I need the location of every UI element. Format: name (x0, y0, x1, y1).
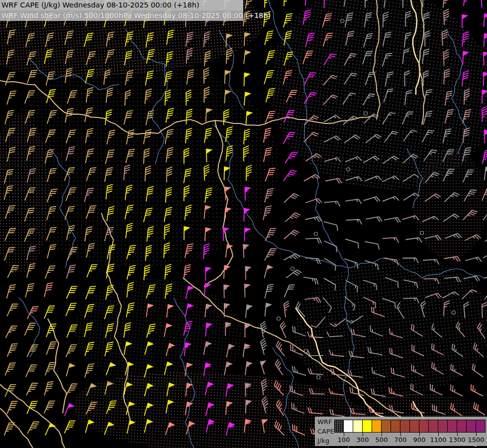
wind-barb-staff (347, 370, 364, 377)
wind-barb-staff (364, 32, 373, 49)
wind-barb (186, 90, 192, 106)
wind-barb (26, 381, 38, 398)
wind-barb-staff (304, 71, 316, 87)
wind-barb-staff (329, 349, 345, 356)
wind-barb (125, 204, 133, 221)
wind-barb (47, 205, 56, 222)
wind-barb (167, 29, 174, 46)
wind-barb (285, 150, 298, 166)
wind-barb-staff (5, 109, 14, 125)
wind-barb-staff (366, 133, 381, 147)
wind-barb (206, 149, 212, 162)
wind-barb (350, 329, 367, 337)
wind-barb (4, 246, 15, 262)
wind-barb (324, 201, 340, 208)
wind-barb (389, 405, 405, 413)
wind-barb-staff (346, 30, 354, 46)
wind-barb-flag (167, 362, 173, 367)
legend-tick-label: 1300 (449, 436, 465, 444)
wind-barb (485, 167, 487, 181)
wind-barb-staff (464, 275, 480, 284)
wind-barb-staff (409, 364, 426, 376)
wind-barb (205, 382, 214, 397)
wind-barb (330, 315, 346, 328)
wind-barb-staff (107, 129, 115, 145)
wind-barb-flag (225, 187, 231, 191)
wind-barb-staff (165, 264, 171, 280)
wind-barb-staff (423, 110, 432, 126)
wind-barb (344, 52, 357, 68)
wind-barb-flag (245, 51, 251, 56)
wind-barb (305, 32, 314, 48)
wind-barb-staff (350, 408, 366, 415)
wind-barb (483, 208, 487, 224)
wind-barb (146, 32, 154, 48)
wind-barb (386, 71, 393, 87)
wind-barb-staff (322, 222, 339, 230)
wind-barb-staff (7, 399, 17, 416)
wind-barb-staff (125, 90, 131, 106)
wind-barb (205, 323, 212, 337)
wind-barb-staff (403, 298, 419, 304)
wind-barb (86, 127, 94, 144)
wind-barb-staff (5, 361, 16, 377)
wind-barb (25, 186, 35, 202)
wind-barb (106, 399, 117, 416)
wind-barb-staff (485, 286, 487, 302)
wind-barb (363, 155, 380, 167)
legend-tick-label: 500 (376, 436, 388, 444)
wind-barb-staff (443, 213, 459, 225)
wind-barb-staff (85, 322, 93, 338)
wind-barb (244, 129, 250, 145)
country-border-line (0, 81, 374, 134)
wind-barb (246, 112, 253, 125)
wind-barb (346, 176, 362, 185)
wind-barb-staff (305, 0, 306, 6)
wind-barb-staff (6, 49, 14, 65)
wind-barb-staff (402, 215, 419, 224)
weather-map-stage: WRF CAPE (J/kg) Wednesday 08-10-2025 00:… (0, 0, 487, 448)
wind-barb-staff (166, 108, 174, 124)
wind-barb (7, 29, 15, 45)
wind-barb-staff (344, 239, 360, 248)
wind-barb-staff (383, 31, 391, 47)
wind-barb-staff (289, 344, 305, 355)
wind-barb-staff (87, 242, 95, 259)
wind-barb-staff (85, 226, 93, 242)
wind-barb (484, 272, 487, 283)
wind-barb (305, 216, 322, 224)
calm-wind-marker (317, 376, 320, 379)
wind-barb-staff (86, 285, 96, 301)
wind-barb-staff (305, 258, 321, 264)
wind-barb-staff (424, 88, 433, 105)
wind-barb (44, 399, 55, 415)
wind-barb (481, 0, 487, 7)
wind-barb-staff (260, 321, 269, 337)
wind-barb-staff (127, 282, 134, 298)
wind-barb-staff (465, 233, 481, 245)
wind-barb (423, 110, 432, 126)
wind-barb-staff (284, 30, 292, 46)
wind-barb (66, 301, 77, 318)
wind-barb-staff (284, 301, 291, 318)
wind-barb-staff (388, 387, 404, 396)
wind-barb (225, 323, 231, 336)
wind-barb-flag (224, 304, 230, 308)
wind-barb-staff (184, 148, 190, 164)
wind-barb (284, 301, 291, 318)
wind-barb-flag (462, 14, 468, 19)
wind-barb (165, 264, 171, 280)
wind-barb (261, 379, 269, 395)
wind-barb (366, 217, 382, 224)
wind-barb-staff (124, 110, 133, 126)
wind-barb (383, 237, 398, 244)
wind-barb-staff (246, 0, 253, 9)
wind-barb-staff (464, 188, 477, 204)
wind-barb (402, 258, 418, 263)
wind-barb (482, 186, 487, 203)
wind-barb (361, 297, 378, 309)
wind-barb (44, 380, 53, 397)
wind-barb-staff (147, 323, 156, 339)
wind-barb (449, 403, 465, 416)
wind-barb-staff (388, 348, 404, 358)
